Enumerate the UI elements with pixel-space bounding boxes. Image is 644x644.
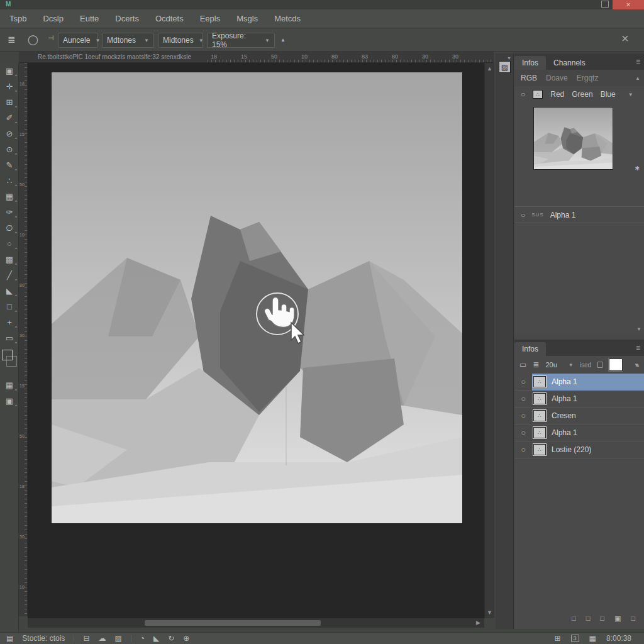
visibility-eye-icon[interactable]: ○ — [514, 428, 532, 437]
histogram-panel-icon[interactable]: ▨ — [499, 61, 511, 73]
eraser-tool[interactable]: ∅ — [0, 220, 19, 236]
scroll-down-icon[interactable]: ▼ — [636, 326, 641, 332]
menu-item-edit[interactable]: Dcslp — [43, 14, 64, 23]
tab-channels[interactable]: Channels — [546, 56, 593, 70]
collapse-icon[interactable]: ▲ — [635, 362, 640, 368]
new-layer-icon[interactable]: ▣ — [614, 614, 621, 623]
layer-thumbnail[interactable]: ∴ — [533, 444, 546, 455]
grid-icon[interactable]: ⊞ — [555, 634, 561, 643]
mode-rgb-label[interactable]: RGB — [521, 74, 537, 82]
canvas-viewport[interactable] — [28, 63, 484, 618]
range-dropdown[interactable]: Mdtones ▼ — [102, 33, 154, 48]
layer-thumbnail[interactable]: ∴ — [533, 427, 546, 438]
history-brush-tool[interactable]: ✑ — [0, 204, 19, 220]
channel-preview-thumbnail[interactable] — [533, 107, 613, 170]
layer-name[interactable]: Alpha 1 — [552, 394, 577, 403]
visibility-eye-icon[interactable]: ○ — [514, 411, 532, 420]
list-view-icon[interactable]: ≣ — [533, 360, 539, 369]
layer-style-icon[interactable]: □ — [586, 614, 591, 623]
lock-checkbox[interactable] — [597, 362, 602, 368]
document-canvas[interactable] — [52, 72, 462, 523]
fill-color-swatch[interactable] — [609, 358, 623, 371]
link-layers-icon[interactable]: □ — [572, 614, 576, 623]
crop-tool[interactable]: ⊘ — [0, 126, 19, 142]
layer-mask-icon[interactable]: □ — [600, 614, 604, 623]
close-panel-icon[interactable]: × — [621, 31, 629, 46]
healing-tool[interactable]: ✎ — [0, 157, 19, 173]
mode-option-2[interactable]: Ergqtz — [577, 74, 599, 82]
globe-icon[interactable]: ⊕ — [183, 634, 189, 643]
quick-mask-tool[interactable]: ▦ — [0, 377, 19, 393]
layer-name[interactable]: Cresen — [552, 411, 576, 420]
layer-row-cresen[interactable]: ○ ∴ Cresen — [514, 408, 644, 425]
delete-layer-icon[interactable]: □ — [631, 614, 635, 623]
quick-select-tool[interactable]: ✐ — [0, 110, 19, 126]
menu-item-layer[interactable]: Dcerts — [115, 14, 139, 23]
hand-tool[interactable]: ▭ — [0, 330, 19, 346]
layer-row-lostie[interactable]: ○ ∴ Lostie (220) — [514, 441, 644, 458]
dodge-tool[interactable]: ◣ — [0, 283, 19, 299]
move-tool[interactable]: ▣ — [0, 63, 19, 79]
stamp-tool[interactable]: ▦ — [0, 189, 19, 204]
clipboard-icon[interactable]: ▦ — [589, 634, 596, 643]
brush-preset-dropdown[interactable]: Auncele ▼ — [58, 33, 98, 48]
cloud-icon[interactable]: ☁ — [98, 634, 106, 643]
layer-name[interactable]: Lostie (220) — [552, 445, 591, 454]
scrollbar-thumb[interactable] — [145, 620, 321, 626]
mode-option-1[interactable]: Doave — [546, 74, 568, 82]
visibility-eye-icon[interactable]: ○ — [521, 211, 525, 219]
panel-menu-icon[interactable]: ≡ — [636, 57, 640, 66]
chevron-down-icon[interactable]: ▼ — [628, 92, 633, 97]
zoom-tool[interactable]: ○ — [0, 236, 19, 252]
visibility-eye-icon[interactable]: ○ — [514, 445, 532, 454]
green-channel-label[interactable]: Green — [572, 90, 592, 99]
tone-dropdown[interactable]: Midtones ▼ — [158, 33, 203, 48]
red-channel-label[interactable]: Red — [550, 90, 564, 99]
eyedropper-tool[interactable]: ⊙ — [0, 142, 19, 157]
layer-row-alpha1[interactable]: ○ ∴ Alpha 1 — [514, 391, 644, 408]
pen-tool[interactable]: ╱ — [0, 267, 19, 283]
tool-preset-icon[interactable]: ≣ — [8, 34, 16, 45]
tab-layers-infos[interactable]: Infos — [514, 342, 546, 356]
window-restore-icon[interactable] — [601, 1, 609, 8]
alpha-channel-label[interactable]: Alpha 1 — [550, 211, 576, 219]
layer-row-alpha1-2[interactable]: ○ ∴ Alpha 1 — [514, 425, 644, 441]
alpha-channel-row[interactable]: ○ SUS Alpha 1 — [514, 206, 644, 223]
chevron-down-icon[interactable]: ▼ — [507, 56, 511, 60]
collapse-icon[interactable]: ▲ — [635, 75, 640, 81]
screen-mode-tool[interactable]: ▣ — [0, 393, 19, 409]
collapse-icon[interactable]: ▲ — [280, 37, 286, 43]
exposure-dropdown[interactable]: Exposure: 15% ▼ — [207, 33, 275, 48]
layer-thumbnail[interactable]: ∴ — [533, 376, 546, 387]
horizontal-scrollbar[interactable]: ▶ — [28, 618, 484, 628]
menu-item-filter[interactable]: Eepls — [200, 14, 221, 23]
menu-item-image[interactable]: Eutte — [80, 14, 99, 23]
blend-mode-icon[interactable]: ▭ — [519, 360, 526, 369]
bench-icon[interactable]: ⊟ — [83, 634, 89, 643]
scroll-right-icon[interactable]: ▶ — [476, 619, 480, 626]
rgb-channel-row[interactable]: ○ ∴ Red Green Blue ▼ — [514, 86, 644, 103]
menu-item-file[interactable]: Tspb — [9, 14, 26, 23]
foreground-color-swatch[interactable] — [2, 350, 13, 360]
chevron-down-icon[interactable]: ▼ — [569, 362, 574, 368]
image-icon[interactable]: ▨ — [114, 634, 121, 643]
visibility-eye-icon[interactable]: ○ — [514, 394, 532, 403]
layer-thumbnail[interactable]: ∴ — [533, 410, 546, 421]
vertical-scrollbar[interactable]: ▲ ▼ — [484, 63, 494, 618]
menu-item-view[interactable]: Msgls — [236, 14, 258, 23]
type-tool[interactable]: + — [0, 314, 19, 330]
opacity-field[interactable]: 20u — [545, 361, 557, 369]
gradient-tool[interactable]: ▩ — [0, 252, 19, 267]
tab-infos[interactable]: Infos — [514, 56, 546, 70]
brush-tool[interactable]: ∴ — [0, 173, 19, 189]
layer-thumbnail[interactable]: ∴ — [533, 393, 546, 404]
ruler-triangle-icon[interactable]: ◣ — [153, 634, 159, 643]
layer-row-alpha1-selected[interactable]: ○ ∴ Alpha 1 — [514, 374, 644, 391]
layer-name[interactable]: Alpha 1 — [552, 377, 577, 386]
scroll-up-icon[interactable]: ▲ — [487, 65, 492, 72]
layer-name[interactable]: Alpha 1 — [552, 428, 577, 437]
window-close-button[interactable]: × — [613, 0, 644, 9]
dock-icon[interactable]: ⊣ — [48, 34, 54, 42]
contrast-icon[interactable]: ◔ — [140, 634, 145, 643]
scroll-down-icon[interactable]: ▼ — [487, 609, 492, 616]
